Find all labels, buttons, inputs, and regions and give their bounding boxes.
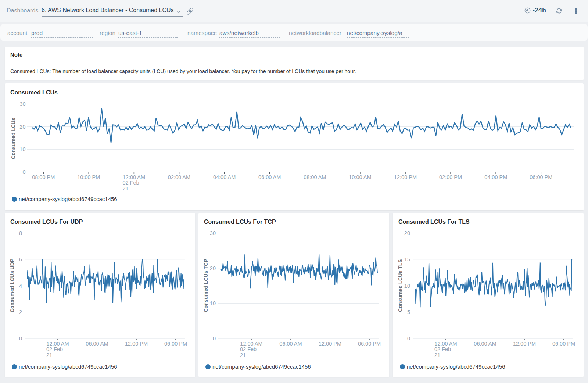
svg-text:06:00 PM: 06:00 PM: [552, 341, 575, 347]
svg-text:02:00 PM: 02:00 PM: [439, 174, 462, 180]
svg-text:06:00 AM: 06:00 AM: [279, 341, 302, 347]
svg-text:04:00 PM: 04:00 PM: [484, 174, 507, 180]
svg-text:30: 30: [210, 230, 216, 236]
svg-text:12:00 PM: 12:00 PM: [319, 341, 341, 347]
svg-text:06:00 PM: 06:00 PM: [164, 341, 187, 347]
svg-text:06:00 PM: 06:00 PM: [530, 174, 552, 180]
svg-text:12:00 PM: 12:00 PM: [513, 341, 536, 347]
svg-text:06:00 AM: 06:00 AM: [474, 341, 496, 347]
svg-text:20: 20: [19, 124, 25, 130]
svg-text:12:00 AM: 12:00 AM: [240, 341, 262, 347]
svg-text:10: 10: [404, 283, 410, 289]
svg-text:10:00 PM: 10:00 PM: [77, 174, 100, 180]
svg-text:08:00 PM: 08:00 PM: [32, 174, 55, 180]
svg-text:2: 2: [19, 309, 22, 315]
svg-text:21: 21: [434, 352, 440, 358]
svg-text:02 Feb: 02 Feb: [46, 346, 63, 352]
svg-text:02:00 AM: 02:00 AM: [168, 174, 190, 180]
svg-text:8: 8: [19, 230, 22, 236]
svg-text:10: 10: [210, 300, 216, 306]
svg-text:0: 0: [22, 169, 25, 175]
svg-text:21: 21: [122, 186, 128, 192]
svg-text:12:00 AM: 12:00 AM: [123, 174, 145, 180]
svg-text:12:00 AM: 12:00 AM: [46, 341, 69, 347]
svg-text:30: 30: [19, 101, 25, 107]
svg-text:Consumed LCUs: Consumed LCUs: [10, 118, 16, 159]
svg-text:06:00 AM: 06:00 AM: [258, 174, 281, 180]
svg-text:20: 20: [404, 230, 410, 236]
svg-text:02 Feb: 02 Feb: [240, 346, 257, 352]
svg-text:12:00 PM: 12:00 PM: [125, 341, 148, 347]
svg-text:08:00 AM: 08:00 AM: [304, 174, 326, 180]
svg-text:02 Feb: 02 Feb: [434, 346, 451, 352]
svg-text:0: 0: [19, 336, 22, 341]
svg-text:Consumed LCUs TLS: Consumed LCUs TLS: [397, 259, 403, 312]
svg-text:Consumed LCUs UDP: Consumed LCUs UDP: [9, 259, 15, 312]
svg-text:12:00 PM: 12:00 PM: [394, 174, 417, 180]
svg-text:0: 0: [213, 336, 216, 341]
svg-text:Consumed LCUs TCP: Consumed LCUs TCP: [203, 259, 209, 312]
svg-text:20: 20: [210, 265, 216, 271]
svg-text:0: 0: [407, 336, 410, 341]
svg-text:06:00 PM: 06:00 PM: [358, 341, 381, 347]
svg-text:04:00 AM: 04:00 AM: [213, 174, 236, 180]
svg-text:21: 21: [46, 352, 52, 358]
svg-text:10: 10: [19, 146, 25, 152]
svg-text:4: 4: [19, 283, 22, 289]
svg-text:21: 21: [240, 352, 246, 358]
svg-text:15: 15: [404, 257, 410, 262]
svg-text:12:00 AM: 12:00 AM: [434, 341, 457, 347]
svg-text:02 Feb: 02 Feb: [122, 180, 139, 186]
svg-text:5: 5: [407, 309, 410, 315]
svg-text:6: 6: [19, 257, 22, 262]
svg-text:10:00 AM: 10:00 AM: [349, 174, 371, 180]
svg-text:06:00 AM: 06:00 AM: [86, 341, 108, 347]
